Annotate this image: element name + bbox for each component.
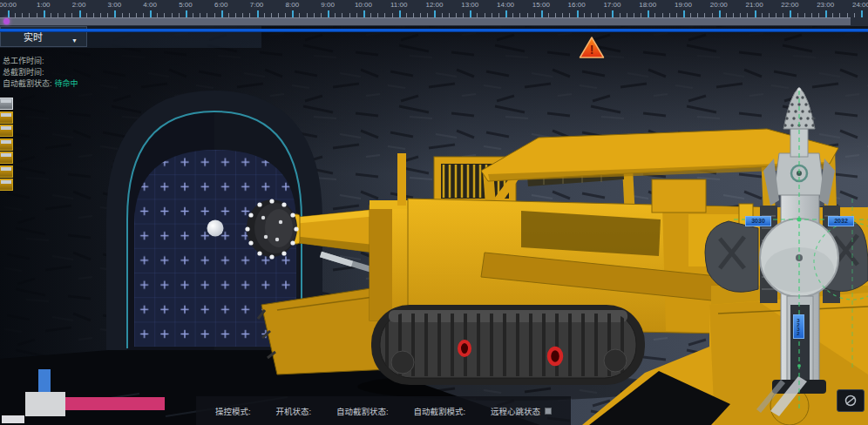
- hour-tick: [719, 10, 721, 17]
- bottom-bar-label: 自动截割模式:: [413, 405, 465, 417]
- timeline-hour-label: 14:00: [497, 1, 514, 9]
- axis-origin-square: [25, 392, 65, 416]
- timeline-hour-label: 15:00: [532, 1, 550, 9]
- hour-tick: [612, 10, 614, 17]
- hour-tick: [683, 10, 685, 17]
- status-label: 总截割时间:: [3, 68, 44, 77]
- hour-tick: [825, 10, 827, 17]
- hour-tick: [790, 10, 791, 17]
- timeline-hour-label: 00:00: [0, 1, 17, 9]
- timeline-bar[interactable]: 00:001:002:003:004:005:006:007:008:009:0…: [0, 0, 868, 26]
- axis-gizmo: [0, 366, 174, 418]
- bottom-bar-item: 自动截割状态:: [336, 405, 389, 417]
- hour-tick: [44, 10, 45, 17]
- status-line: 总工作时间:: [3, 55, 78, 66]
- equipment-thumbnail-icon[interactable]: [0, 152, 13, 164]
- timeline-hour-label: 8:00: [286, 1, 300, 9]
- status-label: 总工作时间:: [3, 57, 44, 65]
- playhead-marker[interactable]: [3, 18, 10, 24]
- hour-tick: [434, 10, 436, 17]
- hour-tick: [541, 10, 543, 17]
- timeline-hour-label: 12:00: [425, 1, 443, 9]
- bottom-bar-item: 自动截割模式:: [413, 405, 465, 417]
- measurement-badge-vertical: 3232: [793, 314, 804, 339]
- bottom-bar-label: 自动截割状态:: [336, 405, 389, 417]
- hour-tick: [292, 10, 294, 17]
- hour-tick: [505, 10, 507, 17]
- hour-tick: [861, 10, 863, 17]
- timeline-hour-label: 21:00: [746, 1, 763, 9]
- hour-tick: [648, 10, 649, 17]
- status-line: 总截割时间:: [3, 66, 78, 78]
- status-value: 待命中: [55, 79, 78, 88]
- hour-tick: [221, 10, 223, 17]
- clear-tool-icon[interactable]: [837, 389, 865, 412]
- timeline-hour-label: 24:00: [852, 1, 868, 9]
- timeline-hour-label: 2:00: [72, 1, 86, 9]
- equipment-thumbnail-icon[interactable]: [0, 165, 13, 178]
- hour-tick: [186, 10, 187, 17]
- timeline-hour-label: 18:00: [639, 1, 656, 9]
- accent-divider: [0, 29, 868, 32]
- equipment-thumbnail-icon[interactable]: [0, 111, 13, 124]
- hour-tick: [328, 10, 329, 17]
- axis-x-bar: [65, 397, 165, 410]
- timeline-hour-label: 5:00: [179, 1, 193, 9]
- hour-tick: [114, 10, 116, 17]
- red-tow-ring: [459, 341, 470, 355]
- hour-tick: [399, 10, 401, 17]
- hour-tick: [8, 10, 10, 17]
- equipment-thumbnail-icon[interactable]: [0, 179, 13, 191]
- timeline-hour-label: 20:00: [710, 1, 728, 9]
- bottom-bar-label: 开机状态:: [275, 405, 311, 417]
- hour-tick: [755, 10, 756, 17]
- status-label: 自动截割状态:: [3, 79, 52, 88]
- timeline-hour-label: 3:00: [108, 1, 122, 9]
- hour-tick: [257, 10, 259, 17]
- timeline-hour-label: 11:00: [390, 1, 407, 9]
- hour-tick: [363, 10, 365, 17]
- timeline-hour-label: 1:00: [37, 1, 51, 9]
- timeline-hour-label: 22:00: [781, 1, 798, 9]
- bottom-bar-item: 操控模式:: [215, 405, 251, 417]
- red-tow-ring: [549, 348, 561, 364]
- hour-tick: [577, 10, 579, 17]
- app-window: 00:001:002:003:004:005:006:007:008:009:0…: [0, 0, 868, 425]
- timeline-hour-label: 10:00: [355, 1, 372, 9]
- timeline-hour-label: 13:00: [461, 1, 478, 9]
- timeline-hour-label: 6:00: [214, 1, 228, 9]
- timeline-range-band[interactable]: [0, 17, 851, 25]
- timeline-hour-label: 16:00: [568, 1, 586, 9]
- minute-tick: [854, 13, 855, 17]
- heartbeat-indicator: [545, 408, 552, 415]
- status-line: 自动截割状态:待命中: [3, 78, 78, 89]
- bottom-bar-item: 远程心跳状态: [491, 405, 552, 417]
- timeline-hour-label: 4:00: [143, 1, 157, 9]
- chevron-down-icon: ▼: [71, 37, 78, 44]
- timeline-hour-label: 17:00: [603, 1, 620, 9]
- bottom-bar-item: 开机状态:: [275, 405, 311, 417]
- hour-tick: [79, 10, 81, 17]
- bottom-status-bar: 操控模式:开机状态:自动截割状态:自动截割模式:远程心跳状态: [196, 396, 571, 425]
- measurement-badge-left: 3030: [745, 216, 771, 226]
- equipment-thumbnail-icon[interactable]: [0, 125, 13, 137]
- target-sphere-marker: [207, 220, 224, 237]
- equipment-icon-strip[interactable]: [0, 98, 14, 192]
- measurement-badge-right: 2032: [828, 216, 854, 226]
- timeline-hour-label: 19:00: [675, 1, 692, 9]
- equipment-thumbnail-icon[interactable]: [0, 138, 13, 151]
- svg-text:!: !: [590, 43, 594, 57]
- timeline-hour-label: 7:00: [250, 1, 264, 9]
- bottom-bar-label: 操控模式:: [215, 405, 251, 417]
- status-panel: 总工作时间:总截割时间:自动截割状态:待命中: [3, 55, 78, 89]
- warning-icon[interactable]: !: [579, 36, 605, 63]
- hour-tick: [470, 10, 471, 17]
- corner-chip: [2, 415, 24, 423]
- timeline-hour-label: 23:00: [817, 1, 834, 9]
- hour-tick: [150, 10, 152, 17]
- timeline-hour-label: 9:00: [321, 1, 335, 9]
- equipment-thumbnail-icon[interactable]: [0, 98, 13, 110]
- crawler-track: [371, 305, 645, 385]
- tunnel-3d-scene: [0, 0, 868, 425]
- bottom-bar-label: 远程心跳状态: [491, 405, 540, 417]
